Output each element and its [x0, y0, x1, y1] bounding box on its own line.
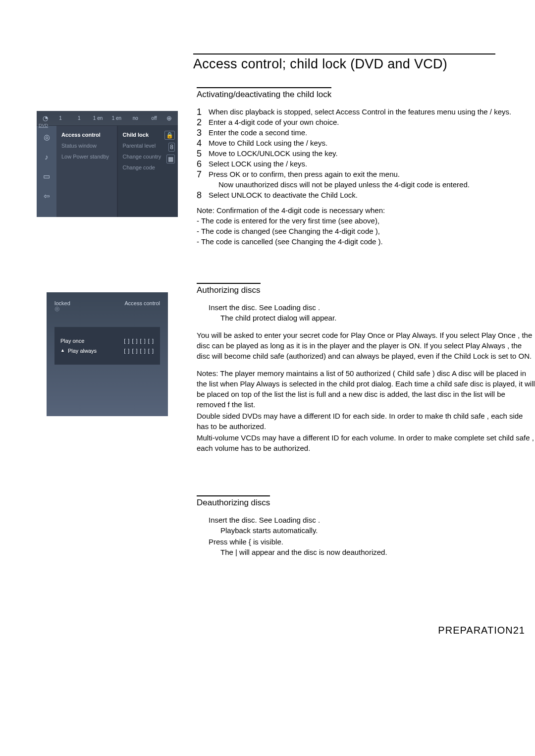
access-control-label: Access control	[124, 300, 160, 312]
step-text: Move to LOCK/UNLOCK using the key.	[209, 148, 535, 159]
osd-topbar: ◔ 1 1 1 en 1 en no off ⊕	[37, 111, 178, 126]
note-line: - The code is changed (see Changing the …	[197, 226, 535, 236]
step-1: 1When disc playback is stopped, select A…	[197, 107, 535, 117]
steps-list: 1When disc playback is stopped, select A…	[197, 107, 535, 200]
osd-item-change-code: Change code	[122, 163, 174, 171]
top-col-4: 1 en	[107, 115, 125, 121]
step-6: 6Select LOCK using the / keys.	[197, 159, 535, 169]
auth-line1b-text: The child protect dialog will appear.	[209, 313, 336, 323]
disc-icon: ◎	[54, 305, 70, 312]
code-entry-panel: Play once [ ] [ ] [ ] [ ] ▲ Play always …	[54, 327, 160, 365]
step-5: 5Move to LOCK/UNLOCK using the key.	[197, 148, 535, 159]
code-boxes: [ ] [ ] [ ] [ ]	[124, 348, 154, 354]
flag-icon: ▦	[166, 155, 175, 163]
auth-line-1: Insert the disc. See Loading disc . The …	[197, 302, 535, 323]
back-icon: ⇦	[44, 192, 50, 201]
osd-features-menu: DVD ◔ 1 1 1 en 1 en no off ⊕ ◎ ♪ ▭ ⇦ Acc…	[37, 111, 178, 217]
row-play-once: Play once [ ] [ ] [ ] [ ]	[60, 336, 154, 346]
page-title: Access control; child lock (DVD and VCD)	[193, 54, 495, 72]
chat-icon: ▭	[43, 172, 50, 181]
zoom-icon: ⊕	[164, 114, 175, 122]
osd-sidebar: ◎ ♪ ▭ ⇦	[37, 126, 56, 217]
step-text: Select LOCK using the / keys.	[209, 159, 535, 169]
row-play-always: ▲ Play always [ ] [ ] [ ] [ ]	[60, 346, 154, 356]
step-text: Press OK or to confirm, then press again…	[209, 169, 535, 179]
play-always-label: Play always	[68, 348, 124, 354]
clock-icon: ◔	[40, 114, 51, 122]
osd-item-parental-level: Parental level	[122, 142, 174, 150]
disc-icon: ◎	[44, 133, 50, 142]
dvd-label: DVD	[39, 123, 48, 128]
step-num: 7	[197, 168, 202, 181]
step-3: 3Enter the code a second time.	[197, 127, 535, 138]
step-text: Enter a 4-digit code of your own choice.	[209, 117, 535, 127]
osd-left-column: Access control Status window Low Power s…	[56, 126, 118, 217]
note-title: Note: Confirmation of the 4-digit code i…	[197, 205, 535, 216]
selection-triangle-icon: ▲	[60, 348, 65, 354]
section-authorizing: Authorizing discs Insert the disc. See L…	[197, 283, 535, 460]
step-8: 8Select UNLOCK to deactivate the Child L…	[197, 190, 535, 200]
top-col-6: off	[145, 115, 163, 121]
auth-para-1: You will be asked to enter your secret c…	[197, 330, 535, 361]
top-col-2: 1	[70, 115, 88, 121]
step-text: Select UNLOCK to deactivate the Child Lo…	[209, 190, 535, 200]
heading-activating: Activating/deactivating the child lock	[197, 87, 331, 100]
deauth-line-1: Insert the disc. See Loading disc . Play…	[197, 515, 535, 536]
osd-item-low-power: Low Power standby	[60, 153, 113, 161]
top-col-3: 1 en	[89, 115, 107, 121]
footer-page: 21	[513, 625, 525, 636]
top-col-5: no	[126, 115, 144, 121]
step-text: Enter the code a second time.	[209, 127, 535, 138]
step-text: Move to Child Lock using the / keys.	[209, 138, 535, 148]
play-once-label: Play once	[60, 338, 124, 344]
note-line: - The code is cancelled (see Changing th…	[197, 236, 535, 247]
step-num: 8	[197, 189, 202, 202]
section-deauthorizing: Deauthorizing discs Insert the disc. See…	[197, 495, 535, 564]
auth-para-3: Double sided DVDs may have a different I…	[197, 411, 535, 432]
deauth-line1b-text: Playback starts automatically.	[209, 525, 318, 536]
deauth-line1-text: Insert the disc. See Loading disc .	[209, 516, 320, 524]
deauth-line2b-text: The | will appear and the disc is now de…	[209, 547, 387, 557]
heading-deauthorizing: Deauthorizing discs	[197, 495, 270, 508]
step-subtext: Now unauthorized discs will not be playe…	[209, 179, 535, 190]
auth-para-2: Notes: The player memory maintains a lis…	[197, 368, 535, 410]
section-activating: Activating/deactivating the child lock 1…	[197, 87, 535, 247]
note-icon: ♪	[45, 153, 49, 161]
auth-para-4: Multi-volume VCDs may have a different I…	[197, 432, 535, 453]
step-4: 4Move to Child Lock using the / keys.	[197, 138, 535, 148]
auth-line1-text: Insert the disc. See Loading disc .	[209, 303, 320, 312]
deauth-line2-text: Press while { is visible.	[209, 538, 283, 546]
code-boxes: [ ] [ ] [ ] [ ]	[124, 338, 154, 344]
step-2: 2Enter a 4-digit code of your own choice…	[197, 117, 535, 127]
osd-item-access-control: Access control	[60, 131, 113, 139]
top-col-1: 1	[52, 115, 69, 121]
level-icon: 8	[168, 143, 175, 152]
note-line: - The code is entered for the very first…	[197, 216, 535, 226]
lock-icon: 🔒	[164, 131, 175, 140]
step-7: 7Press OK or to confirm, then press agai…	[197, 169, 535, 190]
osd-item-status-window: Status window	[60, 142, 113, 150]
osd-right-column: Child lock Parental level Change country…	[118, 126, 178, 217]
deauth-line-2: Press while { is visible. The | will app…	[197, 537, 535, 557]
heading-authorizing: Authorizing discs	[197, 283, 261, 295]
notes-block: Note: Confirmation of the 4-digit code i…	[197, 205, 535, 247]
step-text: When disc playback is stopped, select Ac…	[209, 107, 535, 117]
page-footer: PREPARATION21	[438, 625, 525, 636]
footer-label: PREPARATION	[438, 625, 513, 636]
osd-child-protect-dialog: locked ◎ Access control Play once [ ] [ …	[47, 292, 168, 416]
